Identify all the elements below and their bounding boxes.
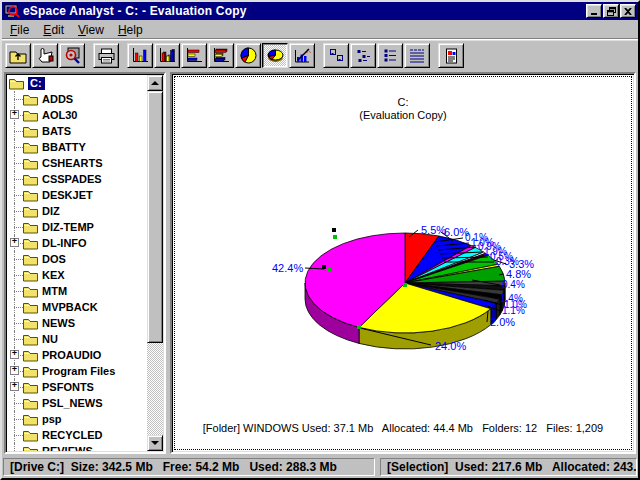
expand-plus-icon[interactable]: + (10, 238, 19, 247)
title-bar[interactable]: eSpace Analyst - C: - Evaluation Copy (2, 2, 638, 20)
tree-item-deskjet[interactable]: DESKJET (7, 187, 147, 203)
tree-line (9, 427, 23, 443)
menu-edit[interactable]: Edit (36, 21, 71, 39)
app-icon (4, 4, 20, 18)
hbar-chart-3d-button[interactable] (208, 43, 234, 68)
tree-item-psfonts[interactable]: +PSFONTS (7, 379, 147, 395)
tree-item-cshearts[interactable]: CSHEARTS (7, 155, 147, 171)
folder-icon (23, 141, 38, 154)
chart-footer-stats: [Folder] WINDOWS Used: 37.1 Mb Allocated… (172, 422, 634, 434)
pie-chart-icon (240, 47, 257, 64)
minimize-button[interactable] (586, 4, 602, 18)
tree-item-psp[interactable]: psp (7, 411, 147, 427)
expand-plus-icon[interactable]: + (10, 110, 19, 119)
restore-button[interactable] (603, 4, 619, 18)
large-icons-view-button[interactable] (323, 43, 349, 68)
tree-item-label: CSSPADES (42, 173, 102, 185)
small-icons-icon (356, 48, 371, 63)
hbar-chart-button[interactable] (181, 43, 207, 68)
printer-icon (98, 48, 115, 64)
pie-label: 2.0% (490, 316, 515, 328)
pie-chart-button[interactable] (235, 43, 261, 68)
folder-tree-panel: C:ADDS+AOL30BATSBBATTYCSHEARTSCSSPADESDE… (4, 72, 166, 454)
bar-chart-3d-button[interactable] (154, 43, 180, 68)
status-selection-text: [Selection] Used: 217.6 Mb Allocated: 24… (387, 460, 637, 474)
folder-up-icon (9, 48, 27, 64)
report-button[interactable] (438, 43, 464, 68)
tree-item-proaudio[interactable]: +PROAUDIO (7, 347, 147, 363)
expand-plus-icon[interactable]: + (10, 350, 19, 359)
tree-line (9, 203, 23, 219)
list-view-button[interactable] (377, 43, 403, 68)
tree-item-label: DESKJET (42, 189, 93, 201)
tree-item-bats[interactable]: BATS (7, 123, 147, 139)
tree-item-program-files[interactable]: +Program Files (7, 363, 147, 379)
bar-chart-3d-icon (159, 48, 175, 63)
close-icon (624, 8, 632, 15)
tree-item-bbatty[interactable]: BBATTY (7, 139, 147, 155)
anchor-marker (322, 265, 326, 269)
expand-plus-icon[interactable]: + (10, 382, 19, 391)
report-icon (444, 48, 459, 64)
tree-item-dos[interactable]: DOS (7, 251, 147, 267)
tree-item-dl-info[interactable]: +DL-INFO (7, 235, 147, 251)
expand-plus-icon[interactable]: + (10, 366, 19, 375)
status-bar: [Drive C:] Size: 342.5 Mb Free: 54.2 Mb … (2, 456, 638, 478)
tree-line (9, 395, 23, 411)
tree-item-diz[interactable]: DIZ (7, 203, 147, 219)
tree-item-recycled[interactable]: RECYCLED (7, 427, 147, 443)
tree-item-label: Program Files (42, 365, 115, 377)
tree-item-reviews[interactable]: REVIEWS (7, 443, 147, 451)
select-hand-button[interactable] (32, 43, 58, 68)
bar-chart-button[interactable] (127, 43, 153, 68)
main-area: C:ADDS+AOL30BATSBBATTYCSHEARTSCSSPADESDE… (2, 70, 638, 456)
tree-item-label: psp (42, 413, 62, 425)
window-title: eSpace Analyst - C: - Evaluation Copy (23, 4, 585, 18)
tree-item-label: PROAUDIO (42, 349, 101, 361)
details-view-icon (409, 48, 425, 63)
up-one-level-button[interactable] (5, 43, 31, 68)
scroll-up-button[interactable] (147, 75, 163, 91)
tree-item-kex[interactable]: KEX (7, 267, 147, 283)
tree-item-mtm[interactable]: MTM (7, 283, 147, 299)
anchor-marker (403, 283, 407, 287)
status-selection-panel: [Selection] Used: 217.6 Mb Allocated: 24… (380, 458, 637, 476)
tree-item-csspades[interactable]: CSSPADES (7, 171, 147, 187)
folder-icon (23, 445, 38, 452)
tree-item-diz-temp[interactable]: DIZ-TEMP (7, 219, 147, 235)
tree-item-label: DOS (42, 253, 66, 265)
list-view-icon (383, 48, 398, 63)
menu-help[interactable]: Help (111, 21, 150, 39)
tree-item-adds[interactable]: ADDS (7, 91, 147, 107)
tree-item-label: DIZ-TEMP (42, 221, 94, 233)
folder-icon (23, 253, 38, 266)
scrollbar-thumb[interactable] (147, 91, 163, 343)
pie-chart-canvas[interactable]: 42.4%24.0%5.5%6.0%0.1%1.0%0.9%1.9%0.5%0.… (172, 74, 634, 452)
tree-item-mvpback[interactable]: MVPBACK (7, 299, 147, 315)
tree-scrollbar[interactable] (147, 75, 163, 451)
tree-item-psl-news[interactable]: PSL_NEWS (7, 395, 147, 411)
tree-item-news[interactable]: NEWS (7, 315, 147, 331)
tree-line (9, 411, 23, 427)
folder-icon (23, 381, 38, 394)
tree-item-nu[interactable]: NU (7, 331, 147, 347)
tree-line (9, 219, 23, 235)
menu-view[interactable]: View (71, 21, 111, 39)
small-icons-view-button[interactable] (350, 43, 376, 68)
tree-item-label: KEX (42, 269, 65, 281)
chart-wizard-button[interactable] (289, 43, 315, 68)
tree-item-aol30[interactable]: +AOL30 (7, 107, 147, 123)
hbar-chart-icon (186, 48, 202, 63)
menu-file[interactable]: File (3, 21, 36, 39)
tree-item-c-[interactable]: C: (7, 75, 147, 91)
close-button[interactable] (620, 4, 636, 18)
tree-item-label: DIZ (42, 205, 60, 217)
analyze-zoom-button[interactable] (59, 43, 85, 68)
tree-line (9, 139, 23, 155)
print-button[interactable] (93, 43, 119, 68)
scroll-down-button[interactable] (147, 435, 163, 451)
tree-item-label: DL-INFO (42, 237, 87, 249)
details-view-button[interactable] (404, 43, 430, 68)
arrow-up-icon (151, 81, 159, 85)
pie-chart-3d-button[interactable] (262, 43, 288, 68)
